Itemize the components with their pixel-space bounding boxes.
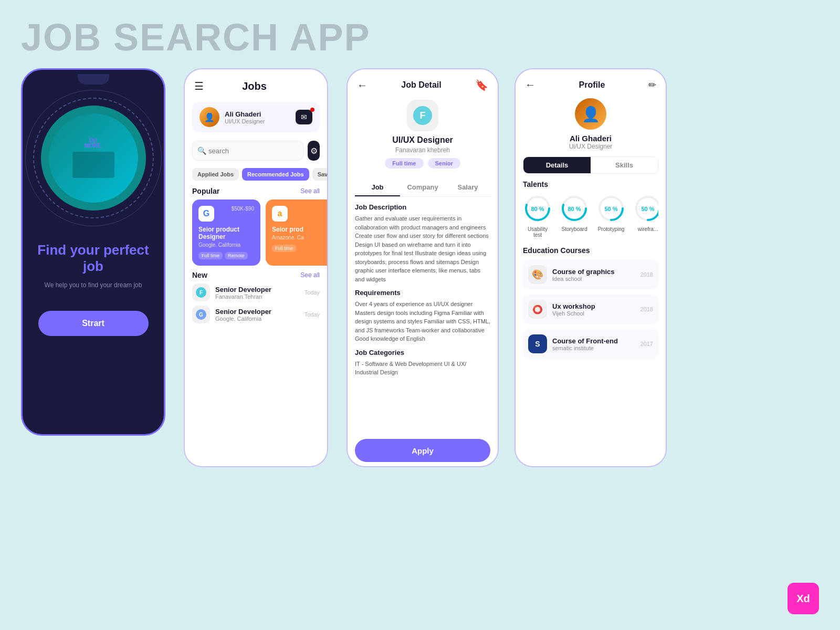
description-text: Gather and evaluate user requirements in… — [355, 214, 490, 284]
svg-text:50 %: 50 % — [641, 206, 654, 212]
new-job-title-1: Senior Developer — [215, 286, 299, 293]
profile-avatar: 👤 — [575, 98, 606, 130]
avatar: 👤 — [200, 107, 219, 127]
usability-progress-circle: 80 % — [523, 194, 552, 223]
apply-button[interactable]: Apply — [355, 439, 490, 462]
profile-name: Ali Ghaderi — [570, 134, 612, 143]
edu-logo-3: S — [528, 334, 547, 353]
mail-icon[interactable]: ✉ — [296, 110, 312, 124]
new-jobs-list: F Senior Developer Fanavaran.Tehran Toda… — [185, 281, 327, 326]
bookmark-icon[interactable]: 🔖 — [475, 79, 488, 91]
description-title: Job Description — [355, 203, 490, 211]
popular-company: Google. California — [198, 242, 254, 248]
edu-school-2: Vijeh School — [552, 310, 635, 317]
edu-name-1: Course of graphics — [552, 268, 635, 276]
edu-year-3: 2017 — [640, 341, 653, 347]
jobs-header: ☰ Jobs — [185, 69, 327, 98]
new-section-title: New — [192, 271, 207, 279]
edu-info-1: Course of graphics Idea school — [552, 268, 635, 282]
search-input[interactable] — [192, 141, 303, 161]
edu-year-2: 2018 — [640, 306, 653, 312]
search-icon: 🔍 — [197, 146, 206, 155]
tab-saved-jobs[interactable]: Saved Jobs — [312, 168, 328, 181]
detail-company-name: Fanavaran khebreh — [395, 146, 450, 154]
edu-name-2: Ux workshop — [552, 302, 635, 310]
detail-tags: Full time Senior — [385, 158, 460, 169]
svg-text:G: G — [199, 312, 203, 318]
edu-school-1: Idea school — [552, 276, 635, 282]
jobs-tabs: Applied Jobs Recommended Jobs Saved Jobs — [185, 165, 327, 184]
new-job-logo-2: G — [192, 306, 210, 323]
salary-range: $50K-$90 — [232, 206, 254, 212]
tab-recommended-jobs[interactable]: Recommended Jobs — [242, 168, 309, 181]
see-all-popular[interactable]: See all — [300, 187, 320, 195]
edu-logo-2: ⭕ — [528, 300, 547, 319]
new-job-info-1: Senior Developer Fanavaran.Tehran — [215, 286, 299, 300]
menu-icon[interactable]: ☰ — [194, 80, 204, 92]
popular-section-header: Popular See all — [185, 184, 327, 197]
talent-prototyping: 50 % Prototyping — [596, 194, 626, 238]
new-job-time-2: Today — [304, 311, 320, 318]
popular-card-top-2: a — [272, 206, 327, 222]
talent-storyboard: 80 % Storyboard — [560, 194, 589, 238]
edu-info-2: Ux workshop Vijeh School — [552, 302, 635, 317]
svg-text:80 %: 80 % — [531, 206, 544, 212]
popular-cards-list: G $50K-$90 Seior product Designer Google… — [185, 197, 327, 268]
profile-edit-icon[interactable]: ✏ — [648, 79, 656, 91]
profile-content: Talents 80 % Usability test 80 % Storybo… — [516, 174, 666, 466]
edu-item-3: S Course of Front-end sematic institute … — [523, 329, 658, 359]
edu-info-3: Course of Front-end sematic institute — [552, 337, 635, 351]
mail-notification-dot — [310, 108, 314, 112]
tab-company[interactable]: Company — [400, 179, 445, 196]
new-job-item-2[interactable]: G Senior Developer Google. California To… — [192, 306, 320, 323]
tab-job[interactable]: Job — [355, 179, 400, 196]
start-button[interactable]: Strart — [38, 311, 149, 336]
tab-applied-jobs[interactable]: Applied Jobs — [192, 168, 239, 181]
edu-item-1: 🎨 Course of graphics Idea school 2018 — [523, 260, 658, 289]
splash-subtitle: We help you to find your dream job — [33, 281, 153, 290]
popular-company-2: Amazone. Ca — [272, 235, 327, 240]
requirements-text: Over 4 years of experience as UI/UX desi… — [355, 300, 490, 343]
tag-fulltime: Full time — [198, 252, 223, 259]
talents-section-title: Talents — [523, 180, 658, 188]
see-all-new[interactable]: See all — [300, 271, 320, 279]
storyboard-progress-circle: 80 % — [560, 194, 589, 223]
categories-title: Job Categories — [355, 349, 490, 356]
talent-label-2: Storyboard — [562, 226, 587, 232]
edu-logo-1: 🎨 — [528, 265, 547, 284]
job-detail-screen: ← Job Detail 🔖 F UI/UX Designer Fanavara… — [346, 68, 499, 467]
tab-skills[interactable]: Skills — [591, 157, 658, 173]
profile-tabs: Details Skills — [523, 156, 658, 174]
popular-card-google[interactable]: G $50K-$90 Seior product Designer Google… — [192, 200, 260, 266]
filter-button[interactable]: ⚙ — [308, 141, 320, 161]
profile-header: ← Profile ✏ — [516, 69, 666, 94]
svg-text:F: F — [200, 290, 203, 296]
new-job-item-1[interactable]: F Senior Developer Fanavaran.Tehran Toda… — [192, 284, 320, 301]
jobs-user-info: 👤 Ali Ghaderi UI/UX Designer — [200, 107, 265, 127]
detail-screen-title: Job Detail — [401, 80, 441, 90]
new-job-company-2: Google. California — [215, 316, 299, 322]
user-name: Ali Ghaderi — [225, 110, 265, 118]
popular-card-top: G $50K-$90 — [198, 206, 254, 222]
detail-company-info: F UI/UX Designer Fanavaran khebreh Full … — [348, 94, 498, 179]
jobs-title: Jobs — [242, 80, 267, 92]
tab-details[interactable]: Details — [523, 157, 591, 173]
jobs-screen: ☰ Jobs 👤 Ali Ghaderi UI/UX Designer ✉ 🔍 … — [184, 68, 328, 467]
tab-salary[interactable]: Salary — [445, 179, 490, 196]
search-wrapper: 🔍 — [192, 141, 303, 161]
popular-tags-2: Full time — [272, 245, 327, 252]
profile-screen: ← Profile ✏ 👤 Ali Ghaderi Ui/UX Designer… — [514, 68, 667, 467]
new-job-title-2: Senior Developer — [215, 308, 299, 316]
tag-fulltime-detail: Full time — [385, 158, 423, 169]
popular-card-amazon[interactable]: a Seior prod Amazone. Ca Full time — [266, 200, 327, 266]
svg-text:50 %: 50 % — [604, 206, 617, 212]
detail-nav-tabs: Job Company Salary — [355, 179, 490, 197]
google-logo: G — [198, 206, 214, 222]
back-button[interactable]: ← — [357, 79, 368, 91]
profile-back-button[interactable]: ← — [525, 79, 536, 91]
popular-job-title: Seior product Designer — [198, 226, 254, 240]
popular-job-title-2: Seior prod — [272, 226, 327, 233]
profile-role: Ui/UX Designer — [569, 143, 613, 150]
xd-badge: Xd — [788, 583, 819, 614]
splash-text-block: Find your perfect job We help you to fin… — [23, 242, 164, 290]
